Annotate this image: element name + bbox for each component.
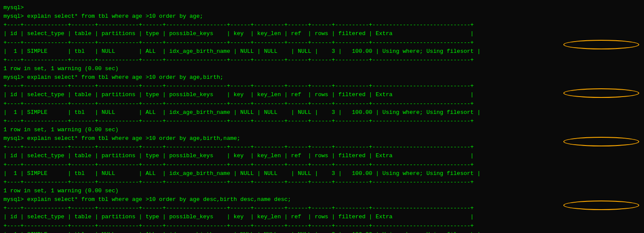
- terminal-line: +----+-------------+-------+------------…: [3, 21, 641, 29]
- terminal-line: +----+-------------+-------+------------…: [3, 178, 641, 187]
- terminal-line: +----+-------------+-------+------------…: [3, 82, 641, 91]
- terminal-line: | 1 | SIMPLE | tbl | NULL | ALL | idx_ag…: [3, 230, 641, 233]
- terminal-line: | id | select_type | table | partitions …: [3, 29, 641, 38]
- terminal-line: +----+-------------+-------+------------…: [3, 222, 641, 230]
- terminal-line: | id | select_type | table | partitions …: [3, 91, 641, 99]
- terminal-line: mysql> explain select* from tbl where ag…: [3, 73, 641, 82]
- terminal-line: +----+-------------+-------+------------…: [3, 117, 641, 126]
- terminal-line: +----+-------------+-------+------------…: [3, 204, 641, 213]
- terminal-line: | 1 | SIMPLE | tbl | NULL | ALL | idx_ag…: [3, 169, 641, 178]
- terminal-line: | 1 | SIMPLE | tbl | NULL | ALL | idx_ag…: [3, 47, 641, 56]
- terminal-line: | id | select_type | table | partitions …: [3, 152, 641, 160]
- terminal-line: mysql> explain select* from tbl where ag…: [3, 134, 641, 143]
- terminal-line: | id | select_type | table | partitions …: [3, 213, 641, 221]
- terminal-line: 1 row in set, 1 warning (0.00 sec): [3, 187, 641, 195]
- terminal-line: 1 row in set, 1 warning (0.00 sec): [3, 65, 641, 73]
- terminal-line: 1 row in set, 1 warning (0.00 sec): [3, 126, 641, 134]
- terminal-line: +----+-------------+-------+------------…: [3, 161, 641, 169]
- terminal-line: mysql>: [3, 3, 641, 12]
- terminal-line: | 1 | SIMPLE | tbl | NULL | ALL | idx_ag…: [3, 108, 641, 117]
- terminal-line: mysql> explain select* from tbl where ag…: [3, 12, 641, 21]
- terminal-line: +----+-------------+-------+------------…: [3, 56, 641, 65]
- terminal-line: mysql> explain select* from tbl where ag…: [3, 195, 641, 204]
- terminal: mysql>mysql> explain select* from tbl wh…: [3, 3, 641, 233]
- terminal-line: +----+-------------+-------+------------…: [3, 39, 641, 47]
- terminal-line: +----+-------------+-------+------------…: [3, 100, 641, 108]
- terminal-line: +----+-------------+-------+------------…: [3, 143, 641, 152]
